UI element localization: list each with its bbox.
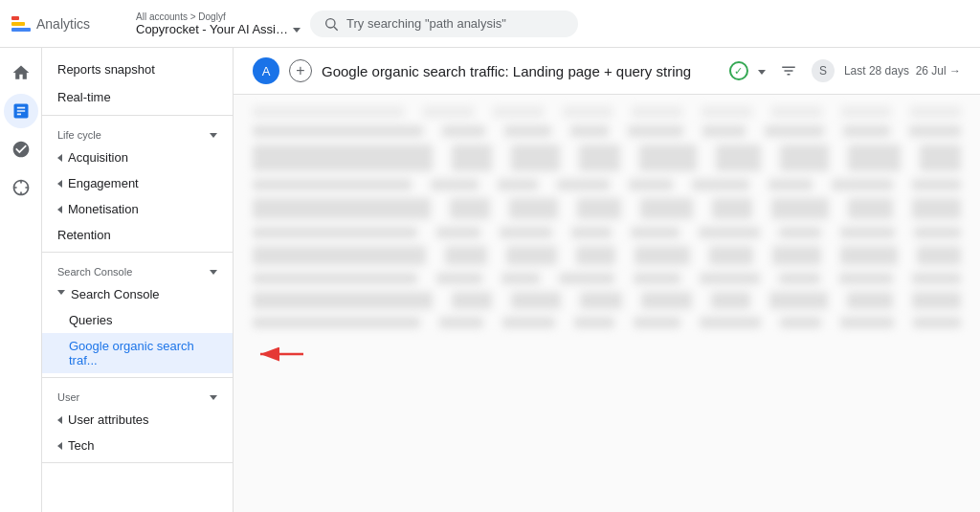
search-placeholder-text: Try searching "path analysis" xyxy=(346,16,506,31)
lifecycle-section-header: Life cycle xyxy=(42,120,233,145)
filter-icon[interactable] xyxy=(775,57,802,84)
table-row xyxy=(253,317,961,328)
s-badge: S xyxy=(812,59,835,82)
advertising-nav-icon[interactable] xyxy=(4,170,38,205)
searchconsole-expand-icon xyxy=(57,290,65,299)
sidebar-item-monetisation[interactable]: Monetisation xyxy=(42,196,233,222)
date-range: Last 28 days 26 Jul → xyxy=(844,64,961,78)
table-row xyxy=(253,145,961,171)
search-bar[interactable]: Try searching "path analysis" xyxy=(310,11,578,37)
content-header: A + Google organic search traffic: Landi… xyxy=(234,48,980,95)
property-dropdown[interactable]: Copyrocket - Your AI Assist... xyxy=(136,22,301,36)
analytics-logo xyxy=(11,16,31,32)
home-nav-icon[interactable] xyxy=(4,56,38,90)
verified-icon: ✓ xyxy=(729,61,748,80)
explore-nav-icon[interactable] xyxy=(4,132,38,167)
avatar: A xyxy=(253,57,279,84)
user-collapse-icon[interactable] xyxy=(210,395,217,400)
search-icon xyxy=(323,16,339,32)
logo-area: Analytics xyxy=(11,16,126,32)
table-row xyxy=(253,198,961,219)
lifecycle-collapse-icon[interactable] xyxy=(210,133,217,138)
divider-4 xyxy=(42,462,233,463)
table-row xyxy=(253,106,961,118)
blurred-table-content xyxy=(234,95,980,347)
table-row xyxy=(253,125,961,137)
searchconsole-section-header: Search Console xyxy=(42,256,233,281)
table-row xyxy=(253,292,961,309)
table-area xyxy=(234,95,980,512)
icon-rail xyxy=(0,48,42,512)
sidebar-item-searchconsole[interactable]: Search Console xyxy=(42,281,233,307)
add-comparison-button[interactable]: + xyxy=(289,59,312,82)
top-bar: Analytics All accounts > Doglyf Copyrock… xyxy=(0,0,980,48)
svg-line-1 xyxy=(334,27,338,31)
user-attributes-expand-icon xyxy=(57,416,62,424)
svg-point-0 xyxy=(326,18,335,27)
sidebar-item-acquisition[interactable]: Acquisition xyxy=(42,145,233,170)
table-row xyxy=(253,227,961,238)
acquisition-expand-icon xyxy=(57,154,62,162)
chevron-down-icon xyxy=(293,28,301,33)
report-title-chevron-icon[interactable] xyxy=(758,70,766,75)
content-area: A + Google organic search traffic: Landi… xyxy=(234,48,980,512)
table-row xyxy=(253,179,961,190)
sidebar-item-retention[interactable]: Retention xyxy=(42,222,233,248)
sidebar-item-user-attributes[interactable]: User attributes xyxy=(42,407,233,433)
main-layout: Reports snapshot Real-time Life cycle Ac… xyxy=(0,48,980,512)
breadcrumb: All accounts > Doglyf xyxy=(136,11,301,22)
sidebar-item-tech[interactable]: Tech xyxy=(42,433,233,458)
property-name: Copyrocket - Your AI Assist... xyxy=(136,22,289,36)
user-section-header: User xyxy=(42,382,233,407)
table-row xyxy=(253,246,961,265)
monetisation-expand-icon xyxy=(57,206,62,213)
account-property-selector[interactable]: All accounts > Doglyf Copyrocket - Your … xyxy=(136,11,301,36)
divider-3 xyxy=(42,377,233,378)
sidebar: Reports snapshot Real-time Life cycle Ac… xyxy=(42,48,234,512)
sidebar-wrapper: Reports snapshot Real-time Life cycle Ac… xyxy=(42,48,234,512)
table-row xyxy=(253,273,961,284)
logo-bar-1 xyxy=(11,16,19,20)
divider-2 xyxy=(42,252,233,253)
engagement-expand-icon xyxy=(57,180,62,188)
tech-expand-icon xyxy=(57,442,62,450)
sidebar-item-reports-snapshot[interactable]: Reports snapshot xyxy=(42,56,233,83)
report-title: Google organic search traffic: Landing p… xyxy=(322,63,720,79)
app-name: Analytics xyxy=(36,16,90,32)
reports-nav-icon[interactable] xyxy=(4,94,38,128)
logo-bar-3 xyxy=(11,28,31,32)
logo-bar-2 xyxy=(11,22,25,26)
searchconsole-collapse-icon[interactable] xyxy=(210,270,217,275)
sidebar-item-queries[interactable]: Queries xyxy=(42,307,233,333)
sidebar-item-engagement[interactable]: Engagement xyxy=(42,170,233,196)
divider-1 xyxy=(42,115,233,116)
sidebar-item-realtime[interactable]: Real-time xyxy=(42,83,233,111)
sidebar-item-google-organic[interactable]: Google organic search traf... xyxy=(42,333,233,373)
